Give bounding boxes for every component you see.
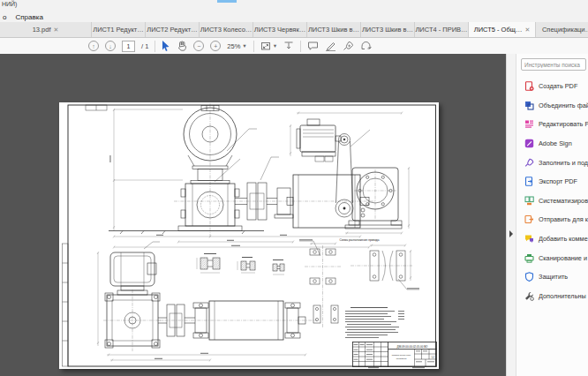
window-titlebar: НИЙ) — [0, 0, 588, 11]
next-page-button[interactable]: ↓ — [105, 41, 116, 51]
tool-scan-ocr[interactable]: Сканирование и — [516, 248, 588, 267]
window-title-fragment: НИЙ) — [2, 1, 17, 7]
protect-shield-icon — [524, 272, 534, 282]
tool-send-for-comments[interactable]: Отправить для к — [516, 210, 588, 229]
tab-list3-koleso[interactable]: ЛИСТ3 Колесо… — [200, 22, 253, 37]
highlight-strip — [217, 0, 237, 3]
tab-list4-privod[interactable]: ЛИСТ4 - ПРИВ… — [415, 22, 469, 37]
tab-list2[interactable]: ЛИСТ2 Редукт… — [146, 22, 200, 37]
tool-adobe-sign[interactable]: Adobe Sign — [516, 134, 588, 154]
tab-list3-shkiv-2[interactable]: ЛИСТ3 Шкив в… — [361, 22, 415, 37]
organize-pages-icon — [524, 196, 534, 206]
drawing-code: ДМ-09.00.00.02.05.00 ВО — [397, 345, 428, 349]
tool-add-comment[interactable]: Добавить комме — [516, 229, 588, 249]
menubar: о Справка — [0, 11, 588, 22]
tools-panel: Создать PDF Объединить фай Редактировать… — [516, 54, 588, 376]
tool-create-pdf[interactable]: Создать PDF — [516, 77, 588, 96]
comment-icon[interactable] — [307, 41, 319, 51]
tool-fill-sign[interactable]: Заполнить и под — [516, 153, 588, 172]
tab-specification[interactable]: Спецификаци… — [536, 22, 588, 37]
page-number-input[interactable]: 1 — [122, 41, 135, 52]
select-tool-icon[interactable] — [162, 41, 170, 51]
chevron-down-icon: ▼ — [273, 43, 277, 49]
document-canvas[interactable]: Схема расположения привода — [0, 54, 506, 376]
close-icon[interactable]: ✕ — [524, 26, 530, 33]
zoom-level-dropdown[interactable]: 25% ▼ — [227, 42, 246, 50]
drawing-scale: 1:2 — [431, 356, 434, 359]
main-toolbar: ↑ ↓ 1 / 1 − + 25% ▼ ▼ — [0, 38, 588, 55]
tab-13pdf[interactable]: 13.pdf✕ — [0, 22, 92, 37]
share-icon[interactable] — [360, 41, 372, 51]
tab-list3-shkiv-1[interactable]: ЛИСТ3 Шкив в… — [307, 22, 361, 37]
tool-organize-pages[interactable]: Систематизиров — [516, 192, 588, 211]
zoom-out-icon[interactable]: − — [193, 41, 204, 51]
fit-page-icon — [260, 41, 271, 51]
pdf-page: Схема расположения привода — [59, 102, 439, 369]
tools-search-input[interactable] — [521, 58, 586, 71]
hand-tool-icon[interactable] — [177, 41, 187, 51]
fit-page-dropdown[interactable]: ▼ — [260, 41, 277, 51]
document-tabbar: 13.pdf✕ ЛИСТ1 Редукт… ЛИСТ2 Редукт… ЛИСТ… — [0, 22, 588, 38]
create-pdf-icon — [524, 81, 534, 91]
fill-sign-icon — [524, 158, 534, 168]
fill-sign-icon[interactable] — [343, 41, 354, 51]
page-count-label: / 1 — [141, 42, 148, 50]
scan-ocr-icon — [524, 253, 534, 263]
fit-width-icon[interactable] — [283, 41, 294, 51]
arrow-up-icon: ↑ — [92, 43, 95, 49]
tool-more-tools[interactable]: Дополнительны — [516, 287, 588, 306]
toolbar-separator — [300, 41, 301, 52]
close-icon[interactable]: ✕ — [53, 26, 58, 33]
collapse-panel-arrow[interactable] — [509, 230, 513, 237]
toolbar-separator — [155, 41, 155, 52]
previous-page-button[interactable]: ↑ — [88, 41, 99, 51]
adobe-sign-icon — [524, 139, 534, 148]
toolbar-separator — [253, 41, 254, 52]
edit-pdf-icon — [524, 119, 534, 129]
tool-combine-files[interactable]: Объединить фай — [516, 96, 588, 116]
tool-export-pdf[interactable]: Экспорт PDF — [516, 172, 588, 192]
chevron-down-icon: ▼ — [242, 43, 246, 49]
tab-list3-chervyak[interactable]: ЛИСТ3 Червяк… — [253, 22, 307, 37]
panel-divider — [506, 54, 516, 376]
more-tools-wrench-icon — [524, 291, 534, 301]
highlight-icon[interactable] — [325, 41, 336, 51]
menu-help[interactable]: Справка — [15, 13, 42, 21]
tab-list1[interactable]: ЛИСТ1 Редукт… — [92, 22, 146, 37]
add-comment-icon — [524, 234, 534, 244]
menu-window-fragment[interactable]: о — [3, 13, 6, 21]
tab-list5-obshchiy[interactable]: ЛИСТ5 - Общ…✕ — [469, 22, 536, 37]
combine-files-icon — [524, 101, 534, 110]
send-for-comments-icon — [524, 214, 534, 224]
tool-edit-pdf[interactable]: Редактировать P — [516, 115, 588, 134]
tool-protect[interactable]: Защитить — [516, 267, 588, 287]
zoom-in-icon[interactable]: + — [210, 41, 221, 51]
export-pdf-icon — [524, 177, 534, 186]
technical-notes — [345, 307, 404, 338]
view-caption: Схема расположения привода — [339, 238, 379, 242]
engineering-drawing: Схема расположения привода — [59, 102, 439, 369]
arrow-down-icon: ↓ — [109, 43, 112, 49]
drawing-name-line2: конвейера — [396, 357, 407, 360]
